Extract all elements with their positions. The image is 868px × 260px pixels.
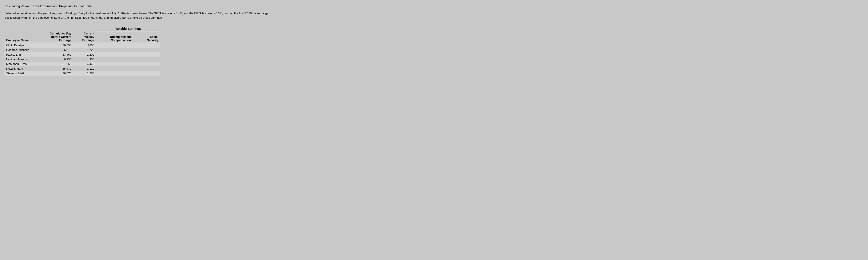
cell-current: 1,200 (73, 52, 96, 57)
cell-social (132, 66, 160, 71)
table-row: Newell, Marg35,4701,110 (4, 66, 160, 71)
cell-social (132, 62, 160, 66)
cell-cumulative: 6,930 (41, 57, 73, 62)
description: Selected information from the payroll re… (4, 11, 305, 20)
cell-current: 4,440 (73, 62, 96, 66)
cell-cumulative: 33,460 (41, 52, 73, 57)
cell-social (132, 57, 160, 62)
header-current: Current Weekly Earnings (73, 31, 96, 43)
cell-name: Newell, Marg (4, 66, 41, 71)
header-cumulative: Cumulative Pay Before Current Earnings (41, 31, 73, 43)
table-row: Fauss, Erin33,4601,200 (4, 52, 160, 57)
cell-name: Lenihan, Marcus (4, 57, 41, 62)
cell-cumulative: 38,675 (41, 71, 73, 76)
cell-unemployment (96, 43, 133, 47)
empty-col2 (41, 27, 73, 31)
header-social: Social Security (132, 31, 160, 43)
cell-current: 900 (73, 57, 96, 62)
header-employee: Employee Name (4, 31, 41, 43)
cell-current: 720 (73, 47, 96, 52)
cell-name: Stevens, Matt (4, 71, 41, 76)
cell-name: McMahon, Drew (4, 62, 41, 66)
description-line2: Social Security tax on the employer is 6… (4, 16, 162, 19)
header-unemployment: Unemployment Compensation (96, 31, 133, 43)
taxable-earnings-header-row: Taxable Earnings (4, 27, 160, 31)
taxable-earnings-label: Taxable Earnings (96, 27, 160, 31)
cell-unemployment (96, 47, 133, 52)
cell-current: 1,260 (73, 71, 96, 76)
cell-cumulative: $6,650 (41, 43, 73, 47)
table-row: Coombs, Michelle6,370720 (4, 47, 160, 52)
cell-unemployment (96, 66, 133, 71)
cell-unemployment (96, 62, 133, 66)
column-headers-row: Employee Name Cumulative Pay Before Curr… (4, 31, 160, 43)
page-title: Calculating Payroll Taxes Expense and Pr… (4, 4, 864, 8)
cell-name: Coombs, Michelle (4, 47, 41, 52)
cell-current: 1,110 (73, 66, 96, 71)
cell-social (132, 52, 160, 57)
cell-unemployment (96, 71, 133, 76)
cell-unemployment (96, 52, 133, 57)
table-section: Taxable Earnings Employee Name Cumulativ… (4, 27, 864, 76)
cell-social (132, 47, 160, 52)
empty-col1 (4, 27, 41, 31)
table-row: Click, Katelyn$6,650$800 (4, 43, 160, 47)
payroll-table: Taxable Earnings Employee Name Cumulativ… (4, 27, 160, 76)
cell-cumulative: 6,370 (41, 47, 73, 52)
cell-current: $800 (73, 43, 96, 47)
table-row: McMahon, Drew127,0504,440 (4, 62, 160, 66)
table-body: Click, Katelyn$6,650$800Coombs, Michelle… (4, 43, 160, 76)
cell-cumulative: 127,050 (41, 62, 73, 66)
table-row: Stevens, Matt38,6751,260 (4, 71, 160, 76)
cell-cumulative: 35,470 (41, 66, 73, 71)
cell-social (132, 43, 160, 47)
cell-name: Click, Katelyn (4, 43, 41, 47)
empty-col3 (73, 27, 96, 31)
cell-unemployment (96, 57, 133, 62)
cell-name: Fauss, Erin (4, 52, 41, 57)
description-line1: Selected information from the payroll re… (4, 11, 269, 15)
table-row: Lenihan, Marcus6,930900 (4, 57, 160, 62)
cell-social (132, 71, 160, 76)
